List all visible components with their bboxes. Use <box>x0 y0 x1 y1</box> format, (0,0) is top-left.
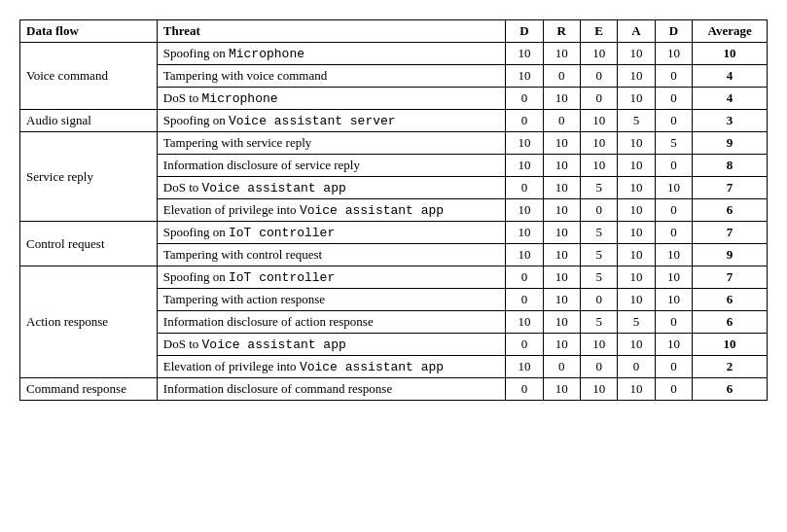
score-cell-r: 10 <box>543 88 580 110</box>
score-cell-a: 10 <box>618 65 655 88</box>
threat-cell: Spoofing on Microphone <box>157 43 505 65</box>
table-row: Action responseSpoofing on IoT controlle… <box>20 266 768 289</box>
table-row: Service replyTampering with service repl… <box>20 132 768 155</box>
score-cell-d: 0 <box>506 110 543 132</box>
average-cell: 8 <box>693 155 768 177</box>
threat-cell: Spoofing on IoT controller <box>157 266 505 289</box>
score-cell-d: 0 <box>506 289 543 311</box>
threat-table: Data flow Threat D R E A D Average Voice… <box>19 19 768 401</box>
score-cell-e: 0 <box>580 199 617 222</box>
score-cell-r: 0 <box>543 65 580 88</box>
score-cell-a: 10 <box>618 289 655 311</box>
score-cell-a: 10 <box>618 378 655 401</box>
header-D2: D <box>655 20 692 43</box>
score-cell-r: 10 <box>543 43 580 65</box>
score-cell-e: 0 <box>580 88 617 110</box>
average-cell: 9 <box>693 244 768 266</box>
score-cell-d: 10 <box>506 311 543 334</box>
score-cell-d2: 0 <box>655 155 692 177</box>
threat-cell: Elevation of privilege into Voice assist… <box>157 199 505 222</box>
threat-cell: Spoofing on IoT controller <box>157 222 505 244</box>
score-cell-a: 10 <box>618 334 655 356</box>
average-cell: 3 <box>693 110 768 132</box>
dataflow-cell: Service reply <box>20 132 158 222</box>
score-cell-r: 10 <box>543 378 580 401</box>
threat-cell: Information disclosure of command respon… <box>157 378 505 401</box>
score-cell-d: 10 <box>506 356 543 378</box>
score-cell-a: 5 <box>618 311 655 334</box>
average-cell: 7 <box>693 177 768 199</box>
table-row: Command responseInformation disclosure o… <box>20 378 768 401</box>
threat-cell: Information disclosure of action respons… <box>157 311 505 334</box>
score-cell-d: 10 <box>506 43 543 65</box>
threat-cell: Tampering with action response <box>157 289 505 311</box>
score-cell-r: 10 <box>543 289 580 311</box>
table-row: Control requestSpoofing on IoT controlle… <box>20 222 768 244</box>
score-cell-d2: 10 <box>655 266 692 289</box>
average-cell: 9 <box>693 132 768 155</box>
dataflow-cell: Audio signal <box>20 110 158 132</box>
score-cell-a: 10 <box>618 132 655 155</box>
score-cell-a: 10 <box>618 88 655 110</box>
average-cell: 6 <box>693 311 768 334</box>
score-cell-d2: 0 <box>655 311 692 334</box>
score-cell-d: 10 <box>506 65 543 88</box>
threat-cell: Tampering with service reply <box>157 132 505 155</box>
score-cell-a: 5 <box>618 110 655 132</box>
score-cell-d: 0 <box>506 177 543 199</box>
threat-cell: DoS to Voice assistant app <box>157 177 505 199</box>
score-cell-d2: 0 <box>655 65 692 88</box>
header-dataflow: Data flow <box>20 20 158 43</box>
score-cell-d2: 0 <box>655 222 692 244</box>
table-row: Voice commandSpoofing on Microphone10101… <box>20 43 768 65</box>
average-cell: 4 <box>693 65 768 88</box>
average-cell: 2 <box>693 356 768 378</box>
score-cell-r: 0 <box>543 356 580 378</box>
header-R: R <box>543 20 580 43</box>
score-cell-r: 10 <box>543 311 580 334</box>
score-cell-d: 0 <box>506 334 543 356</box>
score-cell-e: 0 <box>580 65 617 88</box>
score-cell-d2: 0 <box>655 378 692 401</box>
score-cell-e: 5 <box>580 244 617 266</box>
average-cell: 10 <box>693 334 768 356</box>
score-cell-d2: 10 <box>655 334 692 356</box>
score-cell-d: 0 <box>506 378 543 401</box>
score-cell-a: 10 <box>618 222 655 244</box>
score-cell-e: 5 <box>580 222 617 244</box>
score-cell-a: 10 <box>618 155 655 177</box>
average-cell: 7 <box>693 266 768 289</box>
average-cell: 7 <box>693 222 768 244</box>
score-cell-d: 10 <box>506 244 543 266</box>
dataflow-cell: Voice command <box>20 43 158 110</box>
score-cell-e: 0 <box>580 289 617 311</box>
score-cell-d: 10 <box>506 155 543 177</box>
score-cell-r: 10 <box>543 334 580 356</box>
score-cell-r: 10 <box>543 177 580 199</box>
score-cell-e: 10 <box>580 155 617 177</box>
score-cell-d2: 10 <box>655 289 692 311</box>
score-cell-d2: 0 <box>655 110 692 132</box>
score-cell-e: 0 <box>580 356 617 378</box>
score-cell-r: 0 <box>543 110 580 132</box>
score-cell-r: 10 <box>543 244 580 266</box>
score-cell-a: 10 <box>618 266 655 289</box>
threat-cell: Tampering with voice command <box>157 65 505 88</box>
header-D: D <box>506 20 543 43</box>
score-cell-e: 5 <box>580 177 617 199</box>
score-cell-e: 10 <box>580 334 617 356</box>
score-cell-e: 10 <box>580 378 617 401</box>
header-average: Average <box>693 20 768 43</box>
dataflow-cell: Action response <box>20 266 158 378</box>
header-E: E <box>580 20 617 43</box>
header-threat: Threat <box>157 20 505 43</box>
threat-cell: DoS to Microphone <box>157 88 505 110</box>
score-cell-e: 10 <box>580 132 617 155</box>
score-cell-d: 10 <box>506 132 543 155</box>
average-cell: 6 <box>693 378 768 401</box>
threat-cell: Information disclosure of service reply <box>157 155 505 177</box>
average-cell: 4 <box>693 88 768 110</box>
score-cell-r: 10 <box>543 222 580 244</box>
score-cell-a: 10 <box>618 199 655 222</box>
score-cell-a: 0 <box>618 356 655 378</box>
